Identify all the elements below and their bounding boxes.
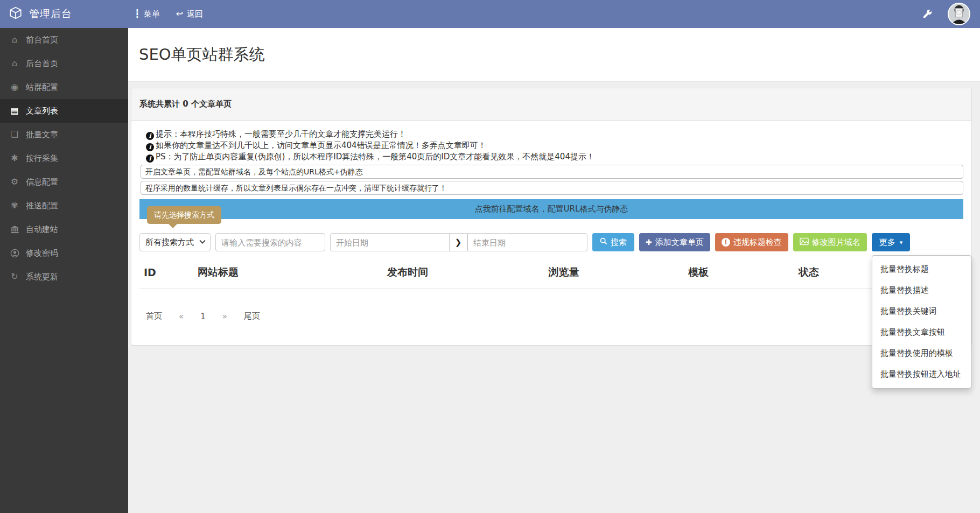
config-domain-banner[interactable]: 点我前往配置域名，配置URL格式与伪静态 请先选择搜索方式 [139,199,963,219]
info-circle-icon: i [146,143,154,151]
title-check-button[interactable]: ! 违规标题检查 [715,233,788,251]
menu-item-replace-article-button[interactable]: 批量替换文章按钮 [872,322,971,343]
plus-icon: ✚ [646,238,652,246]
column-header-site-title: 网站标题 [198,265,327,279]
pagination-next[interactable]: » [222,312,227,321]
column-header-status: 状态 [758,265,860,279]
date-end-input[interactable] [467,233,587,251]
user-icon [9,249,20,258]
date-range-group: ❯ [330,233,587,251]
column-header-views: 浏览量 [488,265,639,279]
date-start-input[interactable] [330,233,450,251]
sidebar-item-front-home[interactable]: ⌂ 前台首页 [0,28,128,52]
search-toolbar: 所有搜索方式 ❯ 搜索 [139,233,963,251]
pagination-prev[interactable]: « [179,312,184,321]
paw-icon: ✾ [9,201,20,210]
list-icon: ▤ [9,107,20,115]
sidebar-item-label: 后台首页 [26,59,58,69]
banner-text: 点我前往配置域名，配置URL格式与伪静态 [475,204,628,214]
menu-icon: ┇ [135,10,140,18]
keyword-input[interactable] [215,233,325,251]
chevron-down-icon [199,238,205,244]
sidebar-item-sitegroup-config[interactable]: ◉ 站群配置 [0,75,128,99]
more-dropdown-menu: 批量替换标题 批量替换描述 批量替换关键词 批量替换文章按钮 批量替换使用的模板… [872,255,971,389]
brand-title: 管理后台 [29,7,72,21]
sidebar-item-auto-build[interactable]: 自动建站 [0,217,128,241]
pagination: 首页 « 1 » 尾页 [146,311,963,321]
search-mode-select[interactable]: 所有搜索方式 [139,233,211,251]
tip-line: i提示：本程序技巧特殊，一般需要至少几千的文章才能支撑完美运行！ [146,129,963,140]
pagination-last[interactable]: 尾页 [244,311,260,321]
menu-toggle[interactable]: ┇ 菜单 [135,9,160,19]
add-article-button[interactable]: ✚ 添加文章单页 [639,233,710,251]
gear-icon: ⚙ [9,178,20,186]
exclamation-circle-icon: ! [722,238,730,247]
page-title: SEO单页站群系统 [139,44,265,66]
tip-line: iPS：为了防止单页内容重复(伪原创)，所以本程序ID算法特殊，一般第40页后的… [146,151,963,163]
back-arrow-icon: ↩ [176,10,183,18]
menu-item-replace-title[interactable]: 批量替换标题 [872,259,971,280]
book-icon: ❏ [9,130,20,139]
more-button[interactable]: 更多 ▾ [872,233,911,251]
tip-line: i如果你的文章量达不到几千以上，访问文章单页显示404错误是正常情况！多弄点文章… [146,140,963,151]
panel-body: i提示：本程序技巧特殊，一般需要至少几千的文章才能支撑完美运行！ i如果你的文章… [131,121,971,345]
sidebar-item-label: 修改密码 [26,248,58,258]
stats-heading: 系统共累计 0 个文章单页 [131,88,971,121]
sidebar-item-info-config[interactable]: ⚙ 信息配置 [0,170,128,194]
sidebar-item-change-password[interactable]: 修改密码 [0,241,128,265]
info-circle-icon: i [146,132,154,140]
chevron-right-icon: ❯ [449,233,467,251]
tips-block: i提示：本程序技巧特殊，一般需要至少几千的文章才能支撑完美运行！ i如果你的文章… [139,129,963,163]
sidebar-item-admin-home[interactable]: ⌂ 后台首页 [0,52,128,75]
sidebar-item-system-update[interactable]: ↻ 系统更新 [0,265,128,289]
article-panel: 系统共累计 0 个文章单页 i提示：本程序技巧特殊，一般需要至少几千的文章才能支… [131,88,972,346]
sidebar-item-label: 推送配置 [26,201,58,211]
home-icon: ⌂ [9,59,20,68]
search-mode-tooltip: 请先选择搜索方式 [147,206,221,224]
brand[interactable]: 管理后台 [0,6,128,22]
page-title-band: SEO单页站群系统 [128,28,980,82]
image-domain-button[interactable]: 修改图片域名 [793,233,867,251]
back-label: 返回 [187,9,203,19]
sidebar: ⌂ 前台首页 ⌂ 后台首页 ◉ 站群配置 ▤ 文章列表 ❏ 批量文章 ✱ 按行采… [0,28,128,513]
top-navbar: 管理后台 ┇ 菜单 ↩ 返回 [0,0,980,28]
sidebar-item-label: 系统更新 [26,272,58,282]
more-dropdown-wrap: 更多 ▾ 批量替换标题 批量替换描述 批量替换关键词 批量替换文章按钮 批量替换… [872,233,911,251]
column-header-template: 模板 [639,265,758,279]
refresh-icon: ↻ [9,272,20,281]
user-avatar[interactable] [948,3,970,25]
pagination-page-1[interactable]: 1 [200,312,206,321]
pagination-first[interactable]: 首页 [146,311,162,321]
sidebar-item-batch-articles[interactable]: ❏ 批量文章 [0,123,128,146]
caret-down-icon: ▾ [900,240,903,245]
menu-item-replace-template[interactable]: 批量替换使用的模板 [872,343,971,364]
note-box-cache: 程序采用的数量统计缓存，所以文章列表显示偶尔存在一点冲突，清理下统计缓存就行了！ [141,181,963,195]
chrome-icon: ◉ [9,83,20,92]
sidebar-item-label: 信息配置 [26,177,58,187]
column-header-publish-time: 发布时间 [327,265,488,279]
wrench-icon[interactable] [922,9,933,19]
image-icon [800,237,809,248]
back-button[interactable]: ↩ 返回 [176,9,203,19]
search-button[interactable]: 搜索 [592,233,634,251]
sidebar-item-push-config[interactable]: ✾ 推送配置 [0,194,128,217]
menu-item-replace-description[interactable]: 批量替换描述 [872,280,971,301]
sidebar-item-label: 自动建站 [26,224,58,235]
bank-icon [9,225,20,234]
sidebar-item-label: 批量文章 [26,130,58,140]
sidebar-item-label: 站群配置 [26,82,58,93]
note-box-url-config: 开启文章单页，需配置站群域名，及每个站点的URL格式+伪静态 [141,165,963,179]
sidebar-item-line-collect[interactable]: ✱ 按行采集 [0,146,128,170]
cube-logo-icon [9,6,23,22]
search-mode-value: 所有搜索方式 [145,237,194,248]
menu-item-replace-keywords[interactable]: 批量替换关键词 [872,301,971,322]
column-header-id: ID [144,266,198,278]
sidebar-item-label: 前台首页 [26,35,58,45]
search-icon [600,237,607,247]
sidebar-item-label: 按行采集 [26,153,58,164]
table-header-row: ID 网站标题 发布时间 浏览量 模板 状态 操作 [139,259,963,289]
info-circle-icon: i [146,154,154,163]
menu-item-replace-button-url[interactable]: 批量替换按钮进入地址 [872,364,971,385]
sidebar-item-article-list[interactable]: ▤ 文章列表 [0,99,128,123]
asterisk-icon: ✱ [9,154,20,163]
